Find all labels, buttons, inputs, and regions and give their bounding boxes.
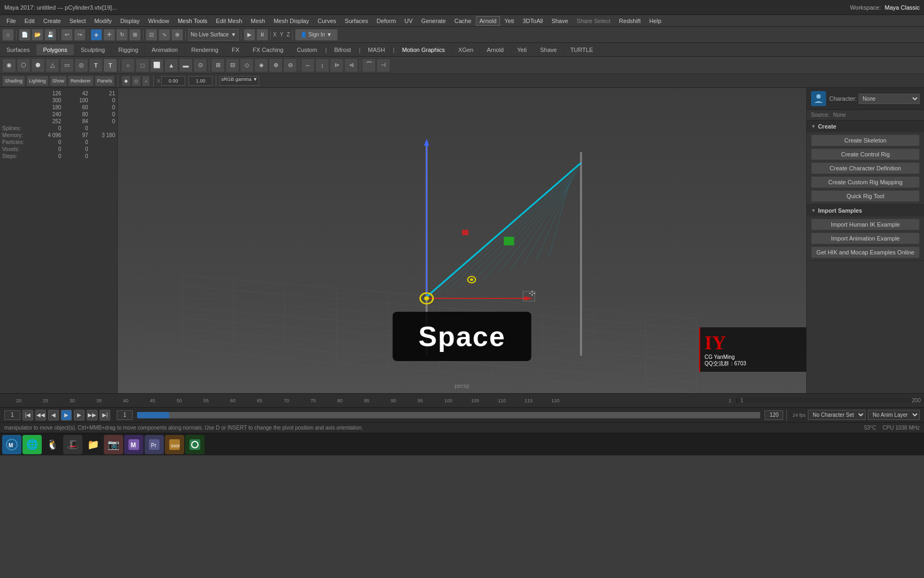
breakdown-btn[interactable]: ◇ [132, 76, 141, 86]
icon-soft-select[interactable]: ⁀ [362, 58, 376, 72]
icon-bevel[interactable]: ◇ [240, 58, 254, 72]
icon-grow[interactable]: ⊳ [330, 58, 344, 72]
taskbar-penguin[interactable]: 🐧 [43, 435, 62, 454]
redo-btn[interactable]: ↪ [74, 29, 86, 41]
menu-yeti[interactable]: Yeti [500, 17, 518, 25]
icon-merge[interactable]: ◈ [254, 58, 268, 72]
home-btn[interactable]: ⌂ [2, 29, 14, 41]
y-field[interactable]: 1.00 [188, 76, 213, 86]
viewport[interactable]: ⊹ persp Space IY CG YanMing QQ交流群：6703 [118, 88, 806, 393]
panels-btn[interactable]: Panels [95, 76, 115, 86]
menu-create[interactable]: Create [39, 17, 65, 25]
menu-mesh-tools[interactable]: Mesh Tools [173, 17, 211, 25]
save-btn[interactable]: 💾 [44, 29, 56, 41]
current-frame-input[interactable] [4, 410, 20, 420]
tab-custom[interactable]: Custom [291, 44, 324, 55]
menu-surfaces[interactable]: Surfaces [340, 17, 372, 25]
import-human-ik-btn[interactable]: Import Human IK Example [811, 219, 920, 230]
playback-range[interactable] [137, 412, 760, 418]
icon-nurbs-torus[interactable]: ◎ [74, 58, 88, 72]
tab-motion-graphics[interactable]: Motion Graphics [396, 44, 452, 55]
character-select[interactable]: None [859, 94, 920, 104]
menu-select[interactable]: Select [65, 17, 90, 25]
timeline-marks[interactable]: 20 25 30 35 40 45 50 55 60 65 70 75 80 8… [0, 394, 737, 407]
taskbar-camera[interactable]: 📷 [104, 435, 123, 454]
driven-btn[interactable]: ⬦ [142, 76, 150, 86]
create-skeleton-btn[interactable]: Create Skeleton [811, 134, 920, 146]
icon-select-loop[interactable]: ↔ [301, 58, 315, 72]
menu-uv[interactable]: UV [400, 17, 417, 25]
icon-nurbs-plane[interactable]: ▭ [60, 58, 74, 72]
create-character-definition-btn[interactable]: Create Character Definition [811, 162, 920, 174]
tab-mash[interactable]: MASH [361, 44, 392, 55]
scale-tool[interactable]: ⊞ [129, 29, 141, 41]
play-btn[interactable]: ▶ [61, 410, 72, 421]
get-hik-mocap-btn[interactable]: Get HIK and Mocap Examples Online [811, 246, 920, 258]
snap-curve[interactable]: ∿ [158, 29, 170, 41]
taskbar-folder[interactable]: 📁 [84, 435, 103, 454]
live-surface-dropdown[interactable]: No Live Surface ▼ [188, 29, 239, 41]
tab-animation[interactable]: Animation [145, 44, 185, 55]
menu-shave[interactable]: Shave [547, 17, 572, 25]
icon-cone[interactable]: ▲ [164, 58, 178, 72]
sign-in-btn[interactable]: 👤 Sign In ▼ [295, 29, 338, 41]
icon-extrude[interactable]: ⊞ [211, 58, 225, 72]
menu-file[interactable]: File [2, 17, 20, 25]
tab-fx-caching[interactable]: FX Caching [246, 44, 290, 55]
icon-bridge[interactable]: ⊟ [225, 58, 239, 72]
taskbar-maya[interactable]: M [2, 435, 21, 454]
icon-cylinder[interactable]: ⬜ [150, 58, 164, 72]
gamma-select[interactable]: sRGB gamma ▼ [219, 76, 259, 86]
x-field[interactable]: 0.00 [161, 76, 185, 86]
tab-yeti[interactable]: Yeti [511, 44, 534, 55]
import-animation-btn[interactable]: Import Animation Example [811, 232, 920, 244]
icon-detach[interactable]: ⊖ [283, 58, 297, 72]
keyframe-btn[interactable]: ◆ [122, 76, 131, 86]
menu-edit-mesh[interactable]: Edit Mesh [211, 17, 246, 25]
render-btn[interactable]: ▶ [244, 29, 255, 41]
taskbar-app9[interactable] [185, 435, 205, 454]
tab-sculpting[interactable]: Sculpting [74, 44, 112, 55]
quick-rig-tool-btn[interactable]: Quick Rig Tool [811, 190, 920, 202]
icon-nurbs-cone[interactable]: △ [46, 58, 59, 72]
tab-bifrost[interactable]: Bifrost [328, 44, 358, 55]
renderer-btn[interactable]: Renderer [68, 76, 94, 86]
menu-deform[interactable]: Deform [372, 17, 400, 25]
go-end-btn[interactable]: ▶| [100, 410, 110, 421]
tab-turtle[interactable]: TURTLE [564, 44, 600, 55]
icon-sphere[interactable]: ○ [121, 58, 135, 72]
icon-shrink[interactable]: ⊲ [344, 58, 358, 72]
import-section-header[interactable]: ▼ Import Samples [807, 205, 924, 216]
show-btn[interactable]: Show [50, 76, 67, 86]
snap-point[interactable]: ⊕ [171, 29, 183, 41]
menu-help[interactable]: Help [645, 17, 666, 25]
undo-btn[interactable]: ↩ [61, 29, 73, 41]
menu-curves[interactable]: Curves [313, 17, 340, 25]
open-btn[interactable]: 📂 [32, 29, 43, 41]
menu-3dtoall[interactable]: 3DToAll [518, 17, 547, 25]
icon-plane[interactable]: ▬ [179, 58, 193, 72]
next-frame-btn[interactable]: ▶ [74, 410, 85, 421]
tab-rendering[interactable]: Rendering [185, 44, 225, 55]
tab-xgen[interactable]: XGen [452, 44, 480, 55]
tab-fx[interactable]: FX [225, 44, 246, 55]
menu-arnold[interactable]: Arnold [476, 16, 501, 26]
taskbar-app6[interactable]: M [124, 435, 143, 454]
icon-text[interactable]: T [89, 58, 103, 72]
icon-cube[interactable]: □ [135, 58, 149, 72]
menu-generate[interactable]: Generate [417, 17, 450, 25]
icon-nurbs-cylinder[interactable]: ⬢ [31, 58, 45, 72]
move-tool[interactable]: ✛ [103, 29, 115, 41]
menu-edit[interactable]: Edit [20, 17, 39, 25]
3d-canvas[interactable]: ⊹ persp Space IY CG YanMing QQ交流群：6703 [118, 88, 806, 393]
shading-btn[interactable]: Shading [2, 76, 25, 86]
tab-shave[interactable]: Shave [534, 44, 564, 55]
go-start-btn[interactable]: |◀ [22, 410, 33, 421]
menu-display[interactable]: Display [116, 17, 144, 25]
taskbar-app7[interactable]: Pr [145, 435, 164, 454]
menu-mesh-display[interactable]: Mesh Display [269, 17, 313, 25]
create-section-header[interactable]: ▼ Create [807, 121, 924, 132]
tab-arnold[interactable]: Arnold [480, 44, 511, 55]
tab-surfaces[interactable]: Surfaces [0, 44, 36, 55]
icon-connect[interactable]: ⊕ [269, 58, 283, 72]
